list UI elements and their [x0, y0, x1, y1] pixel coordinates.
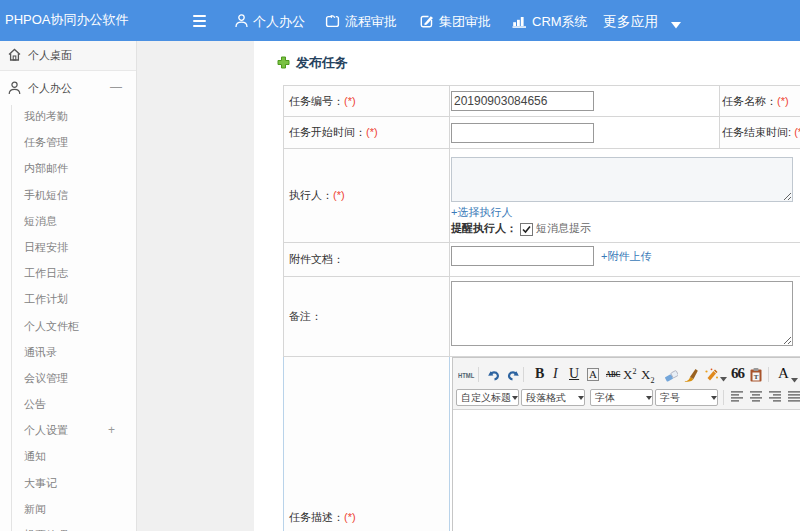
svg-text:T: T	[754, 373, 759, 381]
